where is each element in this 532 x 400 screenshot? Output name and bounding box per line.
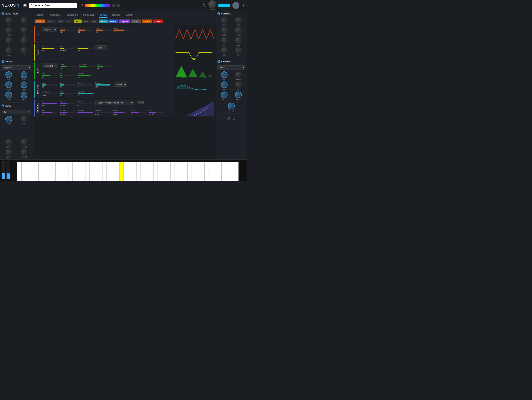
white-key-39[interactable] [179,162,183,181]
white-key-1[interactable] [17,162,22,181]
dots-menu-icon[interactable]: ⋮ [242,3,245,7]
white-key-9[interactable] [51,162,56,181]
eq2-freq-bar-container[interactable] [42,48,57,49]
fx-icon[interactable]: ⚗ [227,117,231,121]
white-key-3[interactable] [26,162,30,181]
white-key-41[interactable] [188,162,192,181]
tab-arpeggiator[interactable]: arpeggiator [49,12,62,18]
impulse-highcut-bar-container[interactable] [77,112,93,113]
white-key-51[interactable] [230,162,234,181]
impulse-stereo-bar-container[interactable] [113,112,129,113]
delay-locut-knob[interactable] [6,92,12,98]
delay-mix-knob[interactable] [6,71,12,78]
white-key-29[interactable] [136,162,141,181]
sus-knob[interactable] [6,47,12,54]
impulse-gain-bar-container[interactable] [149,112,164,113]
white-key-2[interactable] [22,162,26,181]
reverb-decay-bar-container[interactable] [60,84,75,86]
white-key-16[interactable] [81,162,85,181]
eff-tab-reverb[interactable]: reverb [108,19,118,23]
atk-knob[interactable] [6,37,12,44]
eq2-gain-bar-container[interactable] [60,48,75,49]
white-key-34[interactable] [158,162,162,181]
white-key-4[interactable] [30,162,34,181]
white-key-26[interactable] [124,162,128,181]
white-key-7[interactable] [43,162,47,181]
reverb-predelay-bar-container[interactable] [42,93,57,94]
amp-mod-power[interactable]: ⏻ [217,12,220,15]
impulse-wet-bar-container[interactable] [42,112,57,113]
eff-tab-insert2[interactable]: insert2 [46,19,57,23]
white-key-48[interactable] [217,162,222,181]
white-key-44[interactable] [200,162,204,181]
eq2-filter-select[interactable]: peak [95,45,107,50]
eff-tab-eq1[interactable]: eq1 [66,19,73,23]
amp-rel-knob[interactable] [235,47,242,54]
white-key-47[interactable] [213,162,217,181]
filter-res-knob[interactable] [21,116,27,122]
wave-icon[interactable]: ≋ [232,117,235,121]
delay-feedback-bar-container[interactable] [79,66,95,67]
eff-tab-insert1[interactable]: insert1 [35,19,45,23]
filter-type-select[interactable]: lp24 [1,110,31,114]
i1-freq-bar-container[interactable] [96,30,111,31]
white-key-40[interactable] [183,162,188,181]
impulse-highbst-bar-container[interactable] [60,112,75,113]
white-key-17[interactable] [85,162,90,181]
white-key-45[interactable] [204,162,209,181]
amp-dec-knob[interactable] [235,37,242,44]
color-bar[interactable] [85,4,110,7]
impulse-predly-bar-container[interactable] [95,112,111,113]
delay-fback-knob[interactable] [6,81,12,88]
vel-knob[interactable] [6,17,12,24]
delay-power[interactable]: ⏻ [1,60,4,63]
white-key-20[interactable] [98,162,102,181]
macro3-knob[interactable] [6,149,12,156]
white-key-13[interactable] [69,162,73,181]
reverb-lowcut-bar-container[interactable] [77,84,93,86]
amp-pan-knob[interactable] [235,17,242,24]
delay-type-select[interactable]: pingpong [1,65,31,69]
white-key-18[interactable] [90,162,94,181]
eff-tab-eq3[interactable]: eq3 [82,19,90,23]
pitch-panel-1[interactable] [1,161,6,179]
dec-knob[interactable] [21,37,27,44]
white-key-19[interactable] [94,162,98,181]
white-key-6[interactable] [39,162,43,181]
tab-librarian[interactable]: librarian [35,12,45,18]
rv-hicut-knob[interactable] [235,92,242,98]
delay-mod-bar-container[interactable] [60,75,75,76]
user-avatar[interactable]: 👤 [232,2,239,9]
i1-width-bar-container[interactable] [78,30,93,31]
rv-mod-knob[interactable] [235,81,242,88]
eff-tab-insert4[interactable]: insert4 [142,19,152,23]
white-key-27[interactable] [128,162,132,181]
filter-mod-power[interactable]: ⏻ [1,12,4,15]
white-key-35[interactable] [162,162,166,181]
white-key-31[interactable] [145,162,149,181]
macro2-knob[interactable] [21,139,27,146]
impulse-env-btn[interactable]: env [137,101,144,104]
delay-menu[interactable]: ⋮ [29,60,31,63]
impulse-dry-bar-container[interactable] [42,103,57,104]
tab-features[interactable]: features [111,12,121,18]
amp-drive-knob[interactable] [221,17,228,24]
i1-depth-bar-container[interactable] [60,30,76,31]
eff-tab-impulse[interactable]: impulse [119,19,130,23]
tab-system[interactable]: system [125,12,134,18]
delay-highcut-bar-container[interactable] [77,75,93,76]
res-knob[interactable] [21,27,27,34]
arrow-down-btn[interactable]: ▼ [116,4,120,7]
delay-time-knob[interactable] [21,71,27,78]
delay-mix-bar-container[interactable] [61,66,77,67]
amp-sus-knob[interactable] [221,47,228,54]
white-key-21[interactable] [102,162,107,181]
white-key-38[interactable] [175,162,179,181]
delay-type-select2[interactable]: pingpong [42,63,58,68]
i1-type-select[interactable]: ringmod [42,27,57,32]
tab-trancegate[interactable]: trancegate [66,12,78,18]
rv-predly-knob[interactable] [235,71,242,78]
macro1-knob[interactable] [6,139,12,146]
white-key-22[interactable] [107,162,111,181]
eff-tab-delay[interactable]: delay [99,19,108,23]
